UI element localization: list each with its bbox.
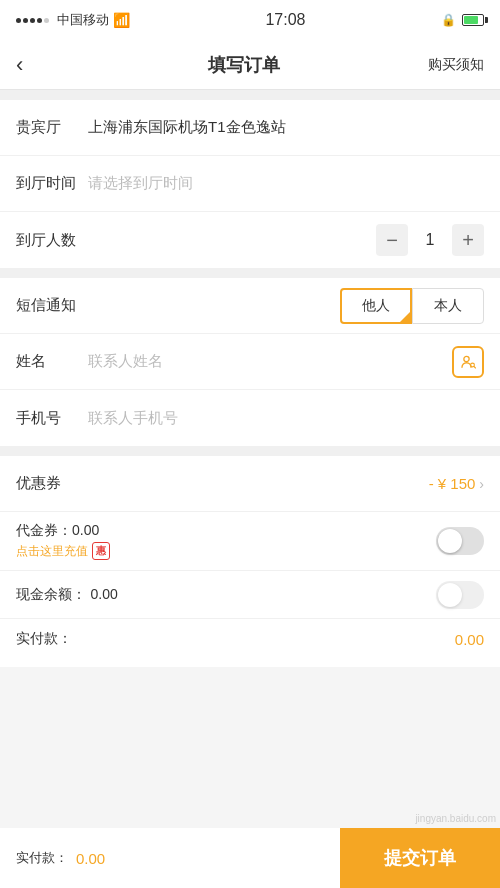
actual-payment-label: 实付款： [16,630,72,648]
sms-self-button[interactable]: 本人 [412,288,484,324]
lounge-label: 贵宾厅 [16,118,88,137]
purchase-notice-button[interactable]: 购买须知 [428,56,484,74]
cash-balance-label: 现金余额： [16,586,86,602]
bottom-actual-label: 实付款： [16,849,68,867]
section-separator-1 [0,90,500,100]
section-separator-2 [0,268,500,278]
actual-payment-value: 0.00 [455,631,484,648]
sms-row: 短信通知 他人 本人 [0,278,500,334]
submit-button[interactable]: 提交订单 [340,828,500,888]
wifi-icon: 📶 [113,12,130,28]
svg-point-0 [464,356,469,361]
watermark: jingyan.baidu.com [411,811,500,826]
sms-toggle: 他人 本人 [340,288,484,324]
name-row: 姓名 联系人姓名 [0,334,500,390]
voucher-label: 代金券：0.00 [16,522,436,540]
guest-count-row: 到厅人数 − 1 + [0,212,500,268]
cash-balance-left: 现金余额： 0.00 [16,585,118,604]
guest-count-value: 1 [420,231,440,249]
cash-toggle-knob [438,583,462,607]
nav-bar: ‹ 填写订单 购买须知 [0,40,500,90]
lounge-section: 贵宾厅 上海浦东国际机场T1金色逸站 到厅时间 请选择到厅时间 到厅人数 − 1… [0,100,500,268]
status-time: 17:08 [265,11,305,29]
coupon-value: - ¥ 150 [429,475,476,492]
svg-line-2 [474,366,476,368]
voucher-recharge-label: 点击这里充值 [16,543,88,560]
voucher-left: 代金券：0.00 点击这里充值 惠 [16,522,436,560]
coupon-row[interactable]: 优惠券 - ¥ 150 › [0,456,500,512]
increment-button[interactable]: + [452,224,484,256]
name-label: 姓名 [16,352,88,371]
battery-icon [462,14,484,26]
arrival-time-row[interactable]: 到厅时间 请选择到厅时间 [0,156,500,212]
back-button[interactable]: ‹ [16,52,60,78]
decrement-button[interactable]: − [376,224,408,256]
status-bar: 中国移动 📶 17:08 🔒 [0,0,500,40]
sms-label: 短信通知 [16,296,88,315]
coupon-chevron-icon: › [479,476,484,492]
voucher-row: 代金券：0.00 点击这里充值 惠 [0,512,500,571]
status-right: 🔒 [441,13,484,27]
phone-label: 手机号 [16,409,88,428]
phone-row: 手机号 联系人手机号 [0,390,500,446]
lounge-value: 上海浦东国际机场T1金色逸站 [88,118,484,137]
guest-counter: − 1 + [376,224,484,256]
sms-other-button[interactable]: 他人 [340,288,412,324]
carrier-label: 中国移动 [57,11,109,29]
page-title: 填写订单 [208,53,280,77]
toggle-knob [438,529,462,553]
arrival-time-label: 到厅时间 [16,174,88,193]
actual-payment-row: 实付款： 0.00 [0,619,500,667]
phone-placeholder: 联系人手机号 [88,409,484,428]
bottom-info: 实付款： 0.00 [0,828,340,888]
contact-search-button[interactable] [452,346,484,378]
arrival-time-placeholder: 请选择到厅时间 [88,174,484,193]
bottom-actual-value: 0.00 [76,850,105,867]
contact-icon [459,353,477,371]
bottom-bar: 实付款： 0.00 提交订单 [0,828,500,888]
submit-label: 提交订单 [384,846,456,870]
coupon-section: 优惠券 - ¥ 150 › 代金券：0.00 点击这里充值 惠 现金余额： 0.… [0,456,500,667]
cash-balance-value: 0.00 [90,586,117,602]
lounge-row: 贵宾厅 上海浦东国际机场T1金色逸站 [0,100,500,156]
hui-badge: 惠 [92,542,110,560]
contact-section: 短信通知 他人 本人 姓名 联系人姓名 手机号 联系人手机号 [0,278,500,446]
coupon-label: 优惠券 [16,474,429,493]
cash-balance-toggle[interactable] [436,581,484,609]
name-placeholder: 联系人姓名 [88,352,452,371]
bottom-payment-row: 实付款： 0.00 [16,849,324,867]
section-separator-3 [0,446,500,456]
voucher-toggle[interactable] [436,527,484,555]
voucher-sub[interactable]: 点击这里充值 惠 [16,542,436,560]
lock-icon: 🔒 [441,13,456,27]
status-left: 中国移动 📶 [16,11,130,29]
signal-icon [16,18,49,23]
cash-balance-row: 现金余额： 0.00 [0,571,500,619]
guest-count-label: 到厅人数 [16,231,88,250]
